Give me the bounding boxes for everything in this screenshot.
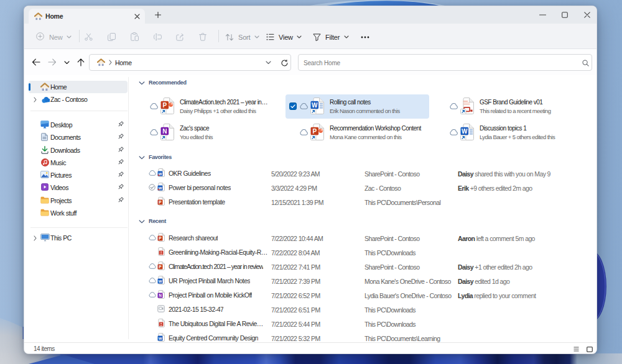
svg-text:N: N [159, 293, 162, 298]
svg-text:W: W [159, 280, 162, 283]
svg-text:W: W [159, 186, 162, 190]
svg-text:W: W [312, 102, 318, 109]
svg-text:P: P [312, 128, 317, 135]
svg-text:W: W [462, 128, 468, 135]
svg-text:P: P [162, 102, 167, 109]
svg-text:P: P [159, 200, 162, 204]
svg-text:W: W [159, 172, 162, 176]
svg-text:P: P [159, 236, 162, 240]
svg-text:P: P [159, 265, 162, 269]
svg-text:N: N [162, 128, 167, 135]
svg-text:W: W [159, 337, 162, 340]
